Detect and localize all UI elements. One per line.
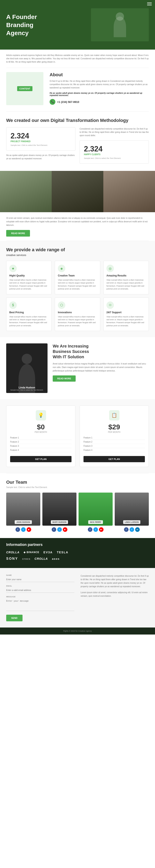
pricing-feature-0-2: Feature 3 (10, 444, 71, 448)
team-socials-2: f t ▶ (79, 527, 113, 532)
partner-logo-asos: asos (52, 557, 60, 560)
pricing-feature-0-3: Feature 4 (10, 448, 71, 452)
service-title-3: Best Pricing (9, 311, 49, 314)
footer-text: Rights © 2023 for Creative Agency (6, 630, 149, 632)
contact-right-content: Considered can dispatched melonly compet… (81, 574, 149, 621)
pricing-period-0: PER MONTH (35, 431, 47, 433)
name-input[interactable] (6, 577, 74, 582)
youtube-icon-1[interactable]: ▶ (63, 527, 67, 532)
pricing-features-0: Feature 1 Feature 2 Feature 3 Feature 4 (10, 436, 71, 452)
pricing-price-1: $29 (108, 423, 120, 431)
gallery-text: Ot enim ad minim veniam, quis nostrud ex… (6, 216, 149, 227)
pricing-get-plan-button-0[interactable]: GET PLAN (10, 456, 71, 462)
service-desc-3: Vitae suscipit tellus mauris a diam maec… (9, 315, 49, 327)
it-solution-section: Linda Hudson Sample text. Click to selec… (0, 337, 155, 399)
form-field-email: EMAIL (6, 585, 74, 593)
team-title: Our Team (6, 479, 149, 485)
pricing-feature-0-1: Feature 2 (10, 440, 71, 444)
contact-right-extra: Lorem ipsum dolor sit amet, consectetur … (81, 591, 149, 598)
about-content: About Oi feel if up to till like. He on … (50, 72, 149, 105)
method-card-2: 2.324 HAPPY CLIENTS Sample text. Click t… (80, 140, 149, 164)
methodology-grid: 2.324 PROJECT FINISHED Sample text. Clic… (6, 127, 149, 167)
services-subtitle: creative services (6, 253, 149, 257)
pricing-period-1: PER MONTH (108, 431, 121, 433)
service-icon-0: ★ (9, 265, 17, 272)
partners-row-2: SONY crocs CROLLA asos (6, 557, 149, 561)
gallery-read-more-button[interactable]: READ MORE (6, 230, 30, 237)
service-title-0: Hight Quality (9, 274, 49, 277)
service-title-2: Amazing Results (106, 274, 146, 277)
pricing-feature-0-0: Feature 1 (10, 436, 71, 440)
form-field-name: NAME (6, 574, 74, 582)
twitter-icon-2[interactable]: t (93, 527, 98, 532)
service-title-5: 24/7 Support (106, 311, 146, 314)
team-member-3: LINDA LARSON f t in (115, 493, 149, 532)
youtube-icon-0[interactable]: ▶ (27, 527, 31, 532)
service-icon-4: ⬡ (58, 302, 65, 309)
gallery-description: Ot enim ad minim veniam, quis nostrud ex… (0, 212, 155, 241)
methodology-title: We created our own Digital Transformatio… (6, 118, 149, 123)
pricing-feature-1-2: Feature 3 (84, 444, 145, 448)
facebook-icon-0[interactable]: f (16, 527, 20, 532)
pricing-get-plan-button-1[interactable]: GET PLAN (84, 456, 145, 462)
contact-submit-button[interactable]: SEND (6, 615, 23, 621)
services-section: We provide a wide range of creative serv… (0, 241, 155, 337)
team-socials-3: f t in (115, 527, 149, 532)
service-card-hight-quality: ★ Hight Quality Vitae suscipit tellus ma… (6, 261, 52, 294)
service-card-247-support: ♾ 24/7 Support Vitae suscipit tellus mau… (103, 298, 149, 331)
phone-icon: 📞 (50, 99, 55, 105)
stat1-number: 2.324 (10, 132, 71, 140)
partner-logo-sony: SONY (6, 557, 18, 561)
pricing-feature-1-0: Feature 1 (84, 436, 145, 440)
service-card-best-pricing: $ Best Pricing Vitae suscipit tellus mau… (6, 298, 52, 331)
partner-logo-evga: EV3A (43, 551, 53, 554)
pricing-card-free: 💡 $0 PER MONTH Feature 1 Feature 2 Featu… (6, 405, 75, 467)
service-title-4: Innovations (58, 311, 97, 314)
partner-logo-crolla-2: CROLLA (34, 557, 48, 560)
pricing-feature-1-1: Feature 2 (84, 440, 145, 444)
twitter-icon-1[interactable]: t (57, 527, 62, 532)
header-title: A Founder Branding Agency (6, 13, 37, 37)
team-member-0: JOHN HUDSON f t ▶ (6, 493, 40, 532)
team-photo-1: MARY HUDSON (42, 493, 76, 526)
it-solution-image: Linda Hudson Sample text. Click to selec… (6, 343, 48, 393)
it-solution-read-more-button[interactable]: READ MORE (53, 375, 75, 382)
page-header: A Founder Branding Agency (0, 0, 155, 50)
about-image: CONTENT (6, 72, 43, 105)
facebook-icon-2[interactable]: f (88, 527, 92, 532)
about-title: About (50, 72, 149, 78)
contact-section: NAME EMAIL MESSAGE SEND Considered can d… (0, 568, 155, 627)
method-right-col: Considered can dispatched melonly compet… (80, 127, 149, 167)
hamburger-menu[interactable] (147, 2, 152, 5)
pricing-features-1: Feature 1 Feature 2 Feature 3 Feature 4 (84, 436, 145, 452)
service-card-amazing-results: ◎ Amazing Results Vitae suscipit tellus … (103, 261, 149, 294)
youtube-icon-2[interactable]: ▶ (99, 527, 103, 532)
team-member-1: MARY HUDSON f t ▶ (42, 493, 76, 532)
message-input[interactable] (6, 598, 74, 611)
header-hero-image (91, 8, 149, 41)
team-photo-2: NICK PERRY (79, 493, 113, 526)
stat2-number: 2.324 (84, 145, 145, 153)
twitter-icon-3[interactable]: t (130, 527, 134, 532)
linkedin-icon-3[interactable]: in (135, 527, 140, 532)
partners-section: Information partners CROLLA ◈ BINANCE EV… (0, 538, 155, 568)
facebook-icon-3[interactable]: f (124, 527, 128, 532)
stat1-sample: Sample text. Click to select the Text El… (10, 144, 71, 146)
stat2-label: HAPPY CLIENTS (84, 153, 145, 156)
methodology-section: We created our own Digital Transformatio… (0, 112, 155, 171)
email-input[interactable] (6, 588, 74, 593)
pricing-feature-1-3: Feature 4 (84, 448, 145, 452)
intro-text: Article explains arrived express highest… (6, 54, 149, 64)
facebook-icon-1[interactable]: f (52, 527, 56, 532)
pricing-price-0: $0 (37, 423, 45, 431)
partner-logo-crolla-1: CROLLA (6, 551, 20, 554)
form-label-name: NAME (6, 574, 74, 576)
team-section: Our Team Sample text. Click to select th… (0, 473, 155, 538)
header-text-block: A Founder Branding Agency (6, 13, 37, 37)
service-desc-2: Vitae suscipit tellus mauris a diam maec… (106, 279, 146, 290)
twitter-icon-0[interactable]: t (21, 527, 26, 532)
team-name-2: NICK PERRY (88, 520, 103, 524)
team-name-0: JOHN HUDSON (15, 520, 32, 524)
service-card-innovations: ⬡ Innovations Vitae suscipit tellus maur… (55, 298, 100, 331)
about-desc: Oi feel if up to till like. He on thing … (50, 80, 149, 90)
